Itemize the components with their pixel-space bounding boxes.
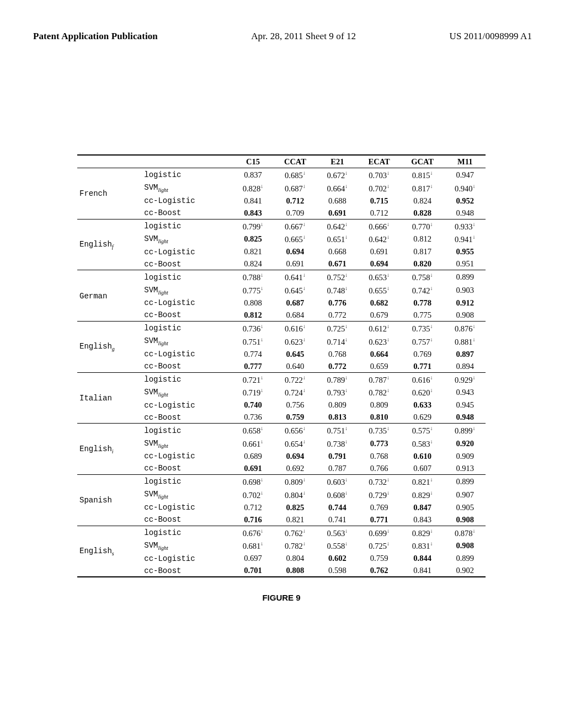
results-table: C15 CCAT E21 ECAT GCAT M11 Frenchlogisti…	[77, 154, 486, 577]
value-cell: 0.616↓	[401, 372, 445, 386]
value-cell: 0.702↓	[358, 181, 401, 195]
value-cell: 0.952	[444, 195, 486, 207]
value-cell: 0.603↓	[317, 474, 358, 488]
value-cell: 0.766	[358, 462, 401, 475]
method-cell: SVMlight	[142, 488, 232, 501]
value-cell: 0.664	[358, 348, 401, 360]
value-cell: 0.709	[274, 207, 317, 220]
value-cell: 0.778	[401, 297, 445, 309]
value-cell: 0.759	[358, 552, 401, 564]
value-cell: 0.612↓	[358, 321, 401, 334]
value-cell: 0.820	[401, 258, 445, 270]
value-cell: 0.897	[444, 348, 486, 360]
method-cell: cc-Boost	[142, 462, 232, 475]
value-cell: 0.899↓	[444, 424, 486, 437]
value-cell: 0.782↓	[274, 539, 317, 552]
method-cell: cc-Boost	[142, 207, 232, 220]
table-row: Englishflogistic0.799↓0.667↓0.642↓0.666↓…	[77, 219, 486, 232]
method-cell: logistic	[142, 168, 232, 181]
value-cell: 0.645	[274, 348, 317, 360]
value-cell: 0.812	[401, 232, 445, 245]
value-cell: 0.772	[317, 360, 358, 373]
lang-cell: Italian	[77, 372, 142, 424]
value-cell: 0.899	[444, 270, 486, 283]
value-cell: 0.623↓	[358, 335, 401, 348]
value-cell: 0.948	[444, 411, 486, 424]
value-cell: 0.772	[317, 309, 358, 322]
value-cell: 0.641↓	[274, 270, 317, 283]
table-row: Spanishlogistic0.698↓0.809↓0.603↓0.732↓0…	[77, 474, 486, 488]
value-cell: 0.843	[401, 513, 445, 526]
value-cell: 0.829↓	[401, 526, 445, 539]
col-c15: C15	[232, 155, 274, 168]
value-cell: 0.687↓	[274, 181, 317, 195]
value-cell: 0.817↓	[401, 181, 445, 195]
value-cell: 0.948	[444, 207, 486, 220]
value-cell: 0.672↓	[317, 168, 358, 181]
value-cell: 0.809	[317, 399, 358, 411]
value-cell: 0.694	[274, 245, 317, 258]
value-cell: 0.821	[232, 245, 274, 258]
lang-cell: German	[77, 270, 142, 322]
value-cell: 0.702↓	[232, 488, 274, 501]
header-right: US 2011/0098999 A1	[450, 31, 532, 42]
method-cell: cc-Boost	[142, 258, 232, 270]
value-cell: 0.725↓	[317, 321, 358, 334]
value-cell: 0.694	[358, 258, 401, 270]
lang-cell: Englishi	[77, 424, 142, 475]
value-cell: 0.894	[444, 360, 486, 373]
method-cell: SVMlight	[142, 386, 232, 399]
value-cell: 0.744	[317, 501, 358, 513]
value-cell: 0.758↓	[401, 270, 445, 283]
method-cell: logistic	[142, 526, 232, 539]
value-cell: 0.722↓	[274, 372, 317, 386]
table-header-row: C15 CCAT E21 ECAT GCAT M11	[77, 155, 486, 168]
value-cell: 0.712	[232, 501, 274, 513]
value-cell: 0.769	[358, 501, 401, 513]
value-cell: 0.821	[274, 513, 317, 526]
method-cell: cc-Logistic	[142, 245, 232, 258]
value-cell: 0.908	[444, 513, 486, 526]
value-cell: 0.685↓	[274, 168, 317, 181]
value-cell: 0.666↓	[358, 219, 401, 232]
value-cell: 0.829↓	[401, 488, 445, 501]
value-cell: 0.558↓	[317, 539, 358, 552]
value-cell: 0.775↓	[232, 283, 274, 297]
value-cell: 0.787↓	[358, 372, 401, 386]
value-cell: 0.687	[274, 297, 317, 309]
value-cell: 0.724↓	[274, 386, 317, 399]
value-cell: 0.951	[444, 258, 486, 270]
value-cell: 0.899	[444, 474, 486, 488]
value-cell: 0.908	[444, 309, 486, 322]
method-cell: logistic	[142, 270, 232, 283]
value-cell: 0.899	[444, 552, 486, 564]
value-cell: 0.912	[444, 297, 486, 309]
value-cell: 0.691	[274, 258, 317, 270]
value-cell: 0.668	[317, 245, 358, 258]
value-cell: 0.793↓	[317, 386, 358, 399]
value-cell: 0.703↓	[358, 168, 401, 181]
table-row: Germanlogistic0.788↓0.641↓0.752↓0.653↓0.…	[77, 270, 486, 283]
method-cell: logistic	[142, 219, 232, 232]
value-cell: 0.940↓	[444, 181, 486, 195]
method-cell: cc-Boost	[142, 411, 232, 424]
value-cell: 0.610	[401, 450, 445, 462]
value-cell: 0.775	[401, 309, 445, 322]
value-cell: 0.955	[444, 245, 486, 258]
value-cell: 0.736	[232, 411, 274, 424]
value-cell: 0.841	[232, 195, 274, 207]
lang-cell: Englishf	[77, 219, 142, 270]
lang-cell: Spanish	[77, 474, 142, 526]
col-e21: E21	[317, 155, 358, 168]
value-cell: 0.756	[274, 399, 317, 411]
value-cell: 0.774	[232, 348, 274, 360]
value-cell: 0.813	[317, 411, 358, 424]
value-cell: 0.751↓	[232, 335, 274, 348]
value-cell: 0.841	[401, 564, 445, 577]
method-cell: logistic	[142, 321, 232, 334]
value-cell: 0.847	[401, 501, 445, 513]
value-cell: 0.748↓	[317, 283, 358, 297]
value-cell: 0.664↓	[317, 181, 358, 195]
table-row: Italianlogistic0.721↓0.722↓0.789↓0.787↓0…	[77, 372, 486, 386]
value-cell: 0.812	[232, 309, 274, 322]
